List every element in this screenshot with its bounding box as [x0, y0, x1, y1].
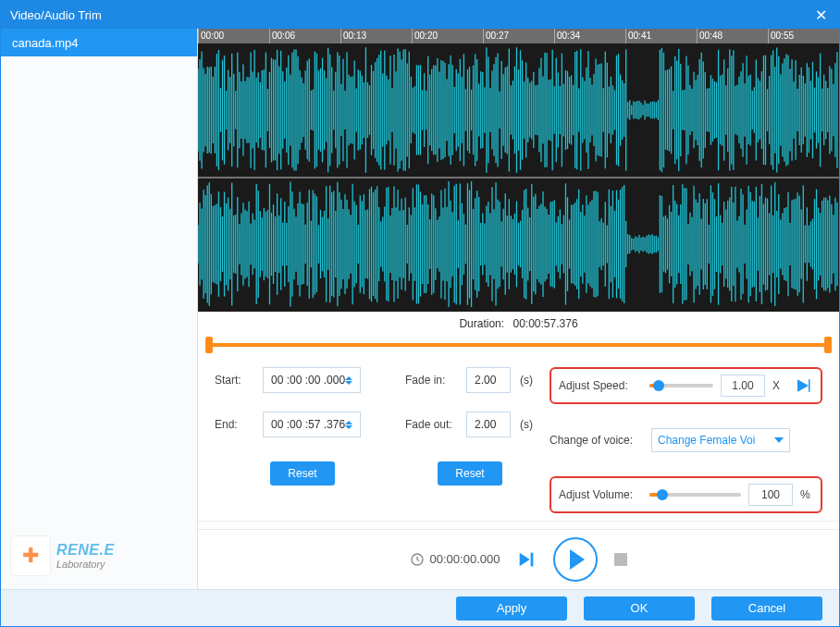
trim-bar	[198, 334, 839, 356]
logo-text: RENE.E Laboratory	[56, 542, 115, 570]
reset-startend-button[interactable]: Reset	[270, 461, 335, 486]
start-spinner[interactable]	[345, 376, 356, 385]
ruler-tick: 00:55	[768, 29, 839, 43]
voice-row: Change of voice: Change Female Voi	[550, 423, 822, 458]
ok-button[interactable]: OK	[584, 596, 695, 621]
ruler-tick: 00:48	[697, 29, 768, 43]
fadeout-row: Fade out: 2.00 (s)	[405, 412, 535, 437]
logo-icon	[10, 535, 51, 576]
clock-icon	[410, 552, 425, 567]
waveform-display[interactable]	[198, 43, 839, 312]
volume-label: Adjust Volume:	[559, 488, 642, 501]
end-label: End:	[215, 418, 253, 431]
duration-value: 00:00:57.376	[513, 317, 577, 330]
apply-button[interactable]: Apply	[456, 596, 567, 621]
end-time-input[interactable]: 00 :00 :57 .376	[263, 412, 361, 437]
timeline-ruler[interactable]: 00:00 00:06 00:13 00:20 00:27 00:34 00:4…	[198, 29, 839, 43]
app-window: { "titlebar": { "title": "Video/Audio Tr…	[0, 0, 840, 627]
fade-column: Fade in: 2.00 (s) Fade out: 2.00 (s)	[405, 367, 535, 513]
sidebar-file-item[interactable]: canada.mp4	[1, 29, 197, 56]
svg-rect-686	[531, 552, 534, 566]
close-icon[interactable]: ✕	[811, 6, 830, 24]
waveform-svg	[198, 43, 839, 312]
svg-marker-685	[520, 552, 530, 566]
trim-track[interactable]	[209, 343, 828, 347]
adjust-speed-box: Adjust Speed: 1.00 X	[550, 367, 822, 404]
speed-preview-play-icon[interactable]	[793, 375, 813, 396]
sidebar: canada.mp4 RENE.E Laboratory	[1, 29, 198, 589]
fadein-row: Fade in: 2.00 (s)	[405, 367, 535, 393]
title-bar: Video/Audio Trim ✕	[1, 1, 839, 29]
voice-dropdown[interactable]: Change Female Voi	[651, 428, 790, 452]
start-time-input[interactable]: 00 :00 :00 .000	[263, 367, 361, 393]
ruler-tick: 00:34	[554, 29, 625, 43]
stop-button[interactable]	[614, 553, 627, 566]
cancel-button[interactable]: Cancel	[711, 596, 822, 621]
volume-slider[interactable]	[649, 493, 741, 497]
chevron-down-icon	[774, 437, 784, 443]
skip-end-icon[interactable]	[516, 549, 537, 570]
volume-slider-knob[interactable]	[657, 489, 668, 500]
logo-line1: RENE.E	[56, 542, 115, 559]
separator	[198, 521, 839, 522]
ruler-tick: 00:20	[412, 29, 483, 43]
duration-label: Duration:	[459, 317, 504, 330]
fadeout-unit: (s)	[520, 418, 533, 431]
play-button[interactable]	[553, 537, 598, 582]
playback-time-display: 00:00:00.000	[410, 552, 500, 567]
trim-handle-left[interactable]	[205, 337, 213, 353]
footer-bar: Apply OK Cancel	[1, 589, 839, 626]
fadeout-input[interactable]: 2.00	[466, 412, 511, 437]
ruler-tick: 00:27	[483, 29, 554, 43]
voice-label: Change of voice:	[550, 434, 642, 447]
volume-value[interactable]: 100	[748, 484, 793, 506]
sidebar-spacer	[1, 56, 197, 528]
trim-handle-right[interactable]	[824, 337, 832, 353]
end-spinner[interactable]	[345, 421, 356, 429]
end-row: End: 00 :00 :57 .376	[215, 412, 390, 437]
fadeout-label: Fade out:	[405, 418, 457, 431]
controls-panel: Start: 00 :00 :00 .000 End: 00 :00 :57 .…	[198, 356, 839, 517]
duration-row: Duration: 00:00:57.376	[198, 312, 839, 334]
content-body: canada.mp4 RENE.E Laboratory 00:00 00:06…	[1, 29, 839, 589]
speed-value[interactable]: 1.00	[721, 375, 765, 397]
ruler-tick: 00:06	[269, 29, 340, 43]
playback-controls: 00:00:00.000	[198, 529, 839, 588]
ruler-tick: 00:41	[625, 29, 697, 43]
logo-line2: Laboratory	[56, 559, 115, 570]
svg-rect-683	[809, 379, 810, 392]
reset-fade-button[interactable]: Reset	[438, 461, 502, 486]
startend-column: Start: 00 :00 :00 .000 End: 00 :00 :57 .…	[215, 367, 390, 513]
start-label: Start:	[215, 374, 253, 387]
speed-label: Adjust Speed:	[559, 379, 642, 392]
speed-slider[interactable]	[649, 384, 713, 387]
playback-time: 00:00:00.000	[430, 552, 500, 566]
main-panel: 00:00 00:06 00:13 00:20 00:27 00:34 00:4…	[198, 29, 839, 589]
fadein-input[interactable]: 2.00	[466, 367, 511, 393]
brand-logo: RENE.E Laboratory	[1, 528, 197, 589]
ruler-tick: 00:13	[340, 29, 412, 43]
fadein-unit: (s)	[520, 374, 533, 387]
volume-unit: %	[800, 488, 813, 501]
adjust-volume-box: Adjust Volume: 100 %	[550, 476, 822, 513]
play-icon	[570, 549, 585, 570]
svg-marker-682	[797, 379, 809, 392]
ruler-tick: 00:00	[198, 29, 269, 43]
speed-slider-knob[interactable]	[653, 380, 664, 391]
title-text: Video/Audio Trim	[10, 8, 811, 22]
adjust-column: Adjust Speed: 1.00 X Change of voice:	[550, 367, 822, 513]
fadein-label: Fade in:	[405, 374, 457, 387]
speed-unit: X	[772, 379, 785, 392]
start-row: Start: 00 :00 :00 .000	[215, 367, 390, 393]
